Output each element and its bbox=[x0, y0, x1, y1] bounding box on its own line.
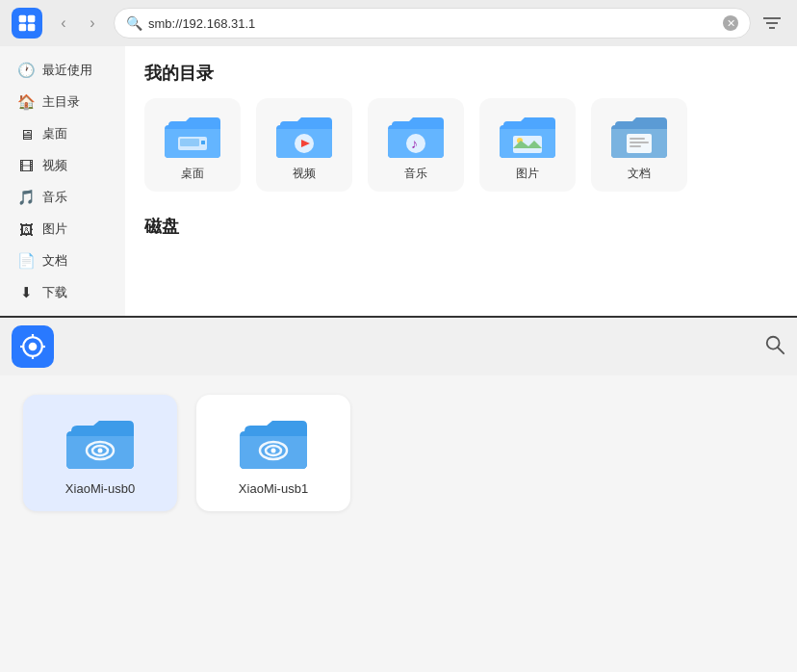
folder-video-icon bbox=[276, 112, 332, 160]
svg-text:♪: ♪ bbox=[411, 136, 418, 151]
filter-button[interactable] bbox=[758, 10, 785, 37]
sidebar-item-pictures[interactable]: 🖼 图片 bbox=[4, 214, 121, 245]
sidebar-label-documents: 文档 bbox=[42, 252, 67, 270]
svg-rect-2 bbox=[19, 15, 27, 23]
svg-rect-8 bbox=[180, 139, 199, 146]
my-directory-title: 我的目录 bbox=[144, 62, 778, 85]
recent-icon: 🕐 bbox=[17, 62, 35, 79]
sidebar-label-downloads: 下载 bbox=[42, 284, 67, 301]
svg-point-30 bbox=[98, 449, 103, 453]
nav-buttons: ‹ › bbox=[50, 10, 106, 37]
folder-pictures-icon bbox=[500, 112, 555, 160]
sidebar-label-video: 视频 bbox=[42, 157, 67, 174]
folder-music[interactable]: ♪ 音乐 bbox=[368, 98, 464, 192]
folder-documents-icon bbox=[611, 112, 667, 160]
svg-rect-1 bbox=[28, 24, 36, 32]
top-panel: ‹ › 🔍 ✕ 🕐 最近使用 🏠 主目录 bbox=[0, 0, 797, 318]
sidebar-item-downloads[interactable]: ⬇ 下载 bbox=[4, 277, 121, 308]
folder-grid: 桌面 视频 bbox=[144, 98, 778, 192]
folder-desktop-icon bbox=[165, 112, 220, 160]
svg-rect-19 bbox=[630, 145, 641, 147]
back-button[interactable]: ‹ bbox=[50, 10, 77, 37]
network-folder-usb0[interactable]: XiaoMi-usb0 bbox=[23, 395, 177, 511]
svg-rect-17 bbox=[630, 138, 645, 140]
bottom-toolbar bbox=[0, 318, 797, 375]
bottom-app-button[interactable] bbox=[12, 325, 54, 368]
folder-video-label: 视频 bbox=[293, 166, 316, 182]
sidebar-label-home: 主目录 bbox=[42, 93, 80, 111]
sidebar-label-desktop: 桌面 bbox=[42, 125, 67, 142]
sidebar-item-documents[interactable]: 📄 文档 bbox=[4, 246, 121, 276]
network-folder-usb0-icon bbox=[66, 414, 134, 472]
sidebar-item-home[interactable]: 🏠 主目录 bbox=[4, 87, 121, 117]
home-icon: 🏠 bbox=[17, 93, 35, 111]
documents-icon: 📄 bbox=[17, 252, 35, 270]
app-icon-button[interactable] bbox=[12, 8, 42, 39]
forward-button[interactable]: › bbox=[79, 10, 106, 37]
sidebar-label-recent: 最近使用 bbox=[42, 62, 92, 79]
video-icon: 🎞 bbox=[17, 158, 35, 174]
network-folder-usb1[interactable]: XiaoMi-usb1 bbox=[196, 395, 350, 511]
network-folder-usb1-label: XiaoMi-usb1 bbox=[239, 481, 308, 496]
folder-video[interactable]: 视频 bbox=[256, 98, 352, 192]
search-icon: 🔍 bbox=[126, 15, 142, 31]
main-content: 🕐 最近使用 🏠 主目录 🖥 桌面 🎞 视频 🎵 音乐 🖼 图片 bbox=[0, 46, 797, 316]
sidebar-item-recent[interactable]: 🕐 最近使用 bbox=[4, 55, 121, 86]
svg-rect-18 bbox=[630, 142, 649, 143]
address-input[interactable] bbox=[148, 16, 717, 31]
toolbar: ‹ › 🔍 ✕ bbox=[0, 0, 797, 46]
folder-music-label: 音乐 bbox=[404, 166, 427, 182]
folder-desktop[interactable]: 桌面 bbox=[144, 98, 241, 192]
network-folder-usb0-label: XiaoMi-usb0 bbox=[65, 481, 135, 496]
svg-line-27 bbox=[778, 347, 784, 352]
svg-point-21 bbox=[29, 343, 38, 351]
sidebar-label-pictures: 图片 bbox=[42, 220, 67, 238]
downloads-icon: ⬇ bbox=[17, 284, 35, 301]
sidebar: 🕐 最近使用 🏠 主目录 🖥 桌面 🎞 视频 🎵 音乐 🖼 图片 bbox=[0, 46, 125, 316]
folder-music-icon: ♪ bbox=[388, 112, 444, 160]
folder-desktop-label: 桌面 bbox=[181, 166, 204, 182]
bottom-search-button[interactable] bbox=[764, 334, 785, 360]
sidebar-item-video[interactable]: 🎞 视频 bbox=[4, 150, 121, 181]
address-bar: 🔍 ✕ bbox=[114, 8, 751, 39]
network-folder-usb1-icon bbox=[240, 414, 307, 472]
sidebar-label-music: 音乐 bbox=[42, 189, 67, 206]
svg-point-33 bbox=[271, 449, 276, 453]
bottom-panel: XiaoMi-usb0 XiaoMi-usb1 bbox=[0, 318, 797, 672]
pictures-icon: 🖼 bbox=[17, 221, 35, 238]
svg-rect-3 bbox=[28, 15, 36, 23]
desktop-icon: 🖥 bbox=[17, 126, 35, 142]
music-icon: 🎵 bbox=[17, 189, 35, 206]
disk-section-title: 磁盘 bbox=[144, 215, 778, 238]
sidebar-item-desktop[interactable]: 🖥 桌面 bbox=[4, 118, 121, 149]
sidebar-item-music[interactable]: 🎵 音乐 bbox=[4, 182, 121, 213]
bottom-content: XiaoMi-usb0 XiaoMi-usb1 bbox=[0, 375, 797, 672]
folder-pictures[interactable]: 图片 bbox=[479, 98, 576, 192]
svg-rect-9 bbox=[201, 141, 205, 144]
content-area: 我的目录 桌面 bbox=[125, 46, 797, 316]
svg-rect-0 bbox=[19, 24, 27, 32]
clear-button[interactable]: ✕ bbox=[723, 15, 738, 31]
folder-pictures-label: 图片 bbox=[516, 166, 539, 182]
folder-documents-label: 文档 bbox=[628, 166, 651, 182]
folder-documents[interactable]: 文档 bbox=[591, 98, 687, 192]
